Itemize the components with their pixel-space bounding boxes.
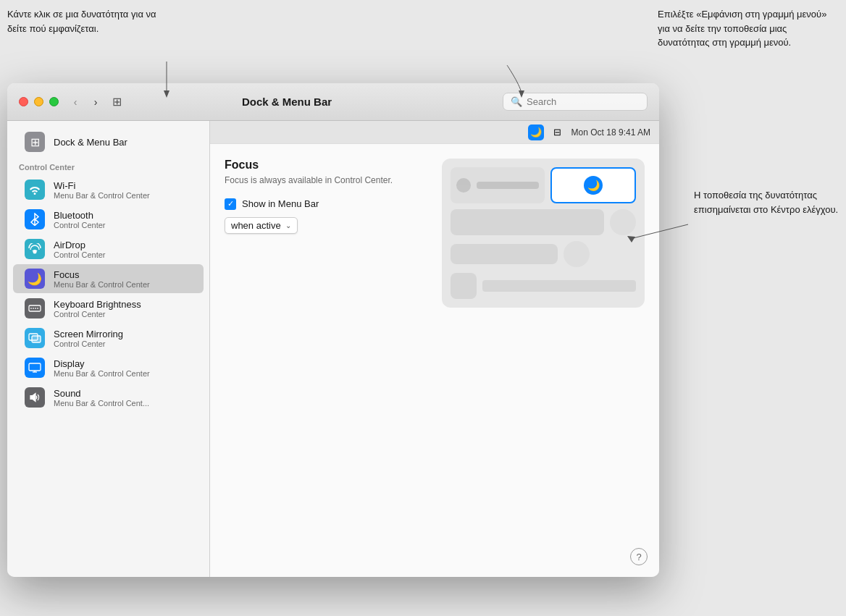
sidebar-item-focus[interactable]: 🌙 Focus Menu Bar & Control Center — [13, 264, 204, 293]
screen-mirroring-icon — [25, 328, 45, 348]
sidebar-item-dock-menu-bar[interactable]: ⊞ Dock & Menu Bar — [13, 127, 204, 156]
settings-panel: Focus Focus is always available in Contr… — [225, 159, 427, 562]
right-annotation-top: Επιλέξτε «Εμφάνιση στη γραμμή μενού» για… — [658, 7, 839, 50]
cc-block-wifi — [451, 167, 545, 203]
minimize-button[interactable] — [34, 97, 43, 106]
help-button[interactable]: ? — [630, 548, 648, 565]
left-annotation: Κάντε κλικ σε μια δυνατότητα για να δείτ… — [7, 7, 167, 35]
focus-icon: 🌙 — [25, 269, 45, 289]
menubar-extra-icon: ⊟ — [550, 125, 566, 140]
show-in-menu-bar-checkbox[interactable]: ✓ — [225, 198, 236, 210]
display-icon — [25, 358, 45, 378]
show-in-menu-bar-label: Show in Menu Bar — [242, 198, 319, 209]
menubar-preview: 🌙 ⊟ Mon Oct 18 9:41 AM — [210, 121, 659, 144]
sound-icon — [25, 387, 45, 408]
sidebar-item-wifi[interactable]: Wi-Fi Menu Bar & Control Center — [13, 175, 204, 204]
content-area: Focus Focus is always available in Contr… — [210, 144, 659, 577]
cc-bottom-text — [482, 280, 636, 292]
cc-circle-1 — [610, 209, 636, 235]
maximize-button[interactable] — [49, 97, 59, 106]
feature-desc: Focus is always available in Control Cen… — [225, 174, 427, 187]
sidebar-item-display[interactable]: Display Menu Bar & Control Center — [13, 353, 204, 382]
feature-title: Focus — [225, 159, 427, 172]
preview-panel: 🌙 — [442, 159, 645, 562]
control-center-preview: 🌙 — [442, 159, 645, 308]
cc-focus-icon: 🌙 — [584, 176, 603, 195]
search-input[interactable] — [527, 96, 640, 107]
cc-bottom-row — [451, 273, 636, 299]
dock-menubar-icon: ⊞ — [25, 132, 45, 152]
window-body: ⊞ Dock & Menu Bar Control Center Wi-Fi M… — [7, 121, 659, 577]
sidebar-item-airdrop[interactable]: AirDrop Control Center — [13, 235, 204, 263]
cc-slider-1 — [451, 209, 604, 235]
sidebar-dock-text: Dock & Menu Bar — [54, 137, 127, 148]
cc-block-focus-highlighted: 🌙 — [550, 167, 636, 203]
cc-row-3 — [451, 241, 636, 267]
main-content: 🌙 ⊟ Mon Oct 18 9:41 AM Focus Focus is al… — [210, 121, 659, 577]
cc-slider-2 — [451, 244, 558, 264]
sidebar-item-bluetooth[interactable]: Bluetooth Control Center — [13, 205, 204, 234]
bluetooth-icon — [25, 209, 45, 229]
sidebar-item-screen-mirroring[interactable]: Screen Mirroring Control Center — [13, 324, 204, 353]
when-active-dropdown[interactable]: when active ⌄ — [225, 217, 298, 234]
svg-rect-7 — [32, 336, 41, 342]
dropdown-row: when active ⌄ — [225, 217, 427, 234]
menubar-focus-icon: 🌙 — [528, 125, 544, 140]
section-label-control-center: Control Center — [7, 157, 209, 174]
traffic-lights — [19, 97, 59, 106]
sidebar-item-sound[interactable]: Sound Menu Bar & Control Cent... — [13, 383, 204, 412]
sidebar: ⊞ Dock & Menu Bar Control Center Wi-Fi M… — [7, 121, 210, 577]
airdrop-icon — [25, 239, 45, 259]
chevron-down-icon: ⌄ — [285, 221, 291, 229]
main-window: ‹ › ⊞ Dock & Menu Bar 🔍 ⊞ Dock & Menu Ba… — [7, 83, 659, 577]
wifi-icon — [25, 180, 45, 200]
keyboard-brightness-icon — [25, 298, 45, 318]
sidebar-item-keyboard-brightness[interactable]: Keyboard Brightness Control Center — [13, 294, 204, 323]
cc-row-2 — [451, 209, 636, 235]
search-icon: 🔍 — [511, 96, 522, 107]
search-box[interactable]: 🔍 — [503, 93, 648, 111]
window-title: Dock & Menu Bar — [71, 96, 503, 108]
dropdown-value: when active — [231, 220, 281, 231]
right-annotation-mid: Η τοποθεσία της δυνατότητας επισημαίνετα… — [694, 188, 839, 216]
cc-small-block — [451, 273, 477, 299]
close-button[interactable] — [19, 97, 28, 106]
svg-rect-8 — [29, 363, 41, 371]
menubar-time: Mon Oct 18 9:41 AM — [571, 127, 650, 138]
cc-row-1: 🌙 — [451, 167, 636, 203]
titlebar: ‹ › ⊞ Dock & Menu Bar 🔍 — [7, 83, 659, 121]
cc-circle-2 — [564, 241, 590, 267]
show-in-menu-bar-row: ✓ Show in Menu Bar — [225, 198, 427, 210]
